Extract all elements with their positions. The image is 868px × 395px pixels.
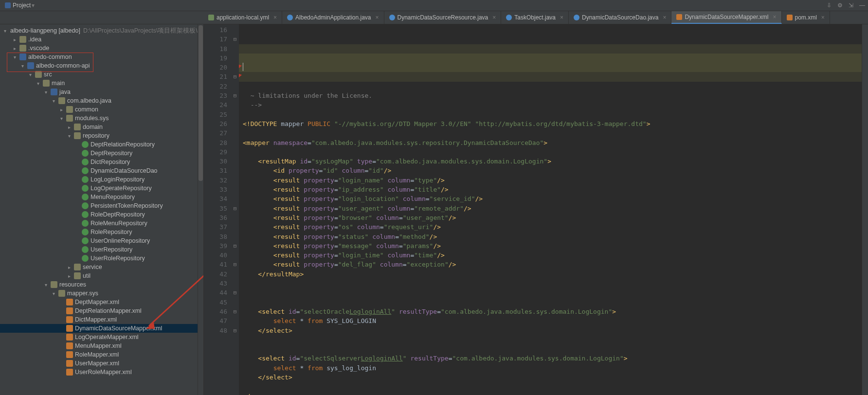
close-icon[interactable]: × [663, 14, 666, 21]
fold-handle[interactable]: ⊟ [231, 35, 239, 44]
tree-node[interactable]: UserRoleRepository [0, 254, 203, 263]
tool-collapse-icon[interactable]: ⇩ [827, 2, 832, 9]
code-line[interactable] [243, 147, 862, 157]
chevron-icon[interactable]: ▾ [51, 290, 56, 296]
tree-node[interactable]: ▸common [0, 105, 203, 114]
tab-dynamicdatasourcedao-java[interactable]: DynamicDataSourceDao.java× [569, 11, 671, 24]
code-editor[interactable]: 1617181920212223242526272829303132333435… [204, 24, 868, 395]
code-line[interactable] [243, 128, 862, 138]
chevron-icon[interactable]: ▸ [12, 36, 18, 42]
gear-icon[interactable]: ⚙ [837, 2, 843, 9]
chevron-icon[interactable]: ▾ [43, 89, 49, 95]
fold-handle[interactable]: ⊟ [231, 241, 239, 251]
chevron-icon[interactable]: ▾ [66, 133, 72, 139]
tree-node[interactable]: ▸util [0, 271, 203, 280]
editor-scrollbar[interactable] [862, 24, 868, 395]
tab-dynamicdatasourcemapper-xml[interactable]: DynamicDataSourceMapper.xml× [671, 11, 781, 24]
tree-node[interactable]: RoleDeptRepository [0, 210, 203, 219]
code-line[interactable]: <id property="id" column="id"/> [243, 166, 862, 175]
code-line[interactable]: <result property="status" column="method… [243, 232, 862, 241]
code-line[interactable] [243, 279, 862, 288]
code-line[interactable]: <result property="os" column="request_ur… [243, 222, 862, 232]
fold-handle[interactable]: ⊟ [231, 326, 239, 335]
code-line[interactable]: <result property="login_name" column="ty… [243, 176, 862, 185]
tree-node[interactable]: LogOperateRepository [0, 184, 203, 193]
code-line[interactable] [243, 298, 862, 307]
tree-node[interactable]: ▾albedo-liangpeng [albedo]D:\AllProjects… [0, 26, 203, 35]
code-line[interactable]: ~ limitations under the License. [243, 91, 862, 100]
tree-node[interactable]: DynamicDataSourceDao [0, 166, 203, 175]
chevron-icon[interactable]: ▸ [66, 264, 72, 270]
code-line[interactable]: <resultMap id="sysLogMap" type="com.albe… [243, 157, 862, 166]
tab-application-local-yml[interactable]: application-local.yml× [203, 11, 282, 24]
tree-node[interactable]: DeptRelationMapper.xml [0, 306, 203, 315]
chevron-icon[interactable]: ▾ [12, 54, 18, 60]
close-icon[interactable]: × [560, 14, 563, 21]
tree-node[interactable]: DeptRepository [0, 149, 203, 158]
chevron-icon[interactable]: ▸ [58, 107, 64, 112]
tree-node[interactable]: ▸service [0, 263, 203, 271]
editor-code-area[interactable]: ~ limitations under the License. --><!DO… [239, 24, 862, 395]
tree-node[interactable]: MenuRepository [0, 193, 203, 201]
tree-node[interactable]: ▾albedo-common [0, 53, 203, 61]
tree-node[interactable]: UserOnlineRepository [0, 236, 203, 245]
tab-pom-xml[interactable]: pom.xml× [782, 11, 830, 24]
code-line[interactable]: select * from sys_log_login [243, 363, 862, 373]
code-line[interactable] [243, 335, 862, 344]
code-line[interactable]: <result property="del_flag" column="exce… [243, 260, 862, 269]
fold-handle[interactable]: ⊟ [231, 91, 239, 100]
code-line[interactable] [243, 110, 862, 119]
tree-node[interactable]: PersistentTokenRepository [0, 201, 203, 210]
tree-node[interactable]: ▾com.albedo.java [0, 96, 203, 105]
tree-node[interactable]: RoleMapper.xml [0, 350, 203, 359]
fold-handle[interactable]: ⊟ [231, 260, 239, 269]
tab-taskobject-java[interactable]: TaskObject.java× [501, 11, 569, 24]
dropdown-icon[interactable]: ▾ [32, 2, 35, 9]
tree-node[interactable]: ▸.vscode [0, 44, 203, 53]
close-icon[interactable]: × [773, 14, 777, 20]
code-line[interactable]: </resultMap> [243, 269, 862, 279]
project-scrollbar[interactable] [198, 24, 203, 395]
code-line[interactable]: </mapper> [243, 392, 862, 395]
code-line[interactable]: select * from SYS_LOG_LOGIN [243, 316, 862, 325]
chevron-icon[interactable]: ▾ [27, 72, 33, 77]
tree-node[interactable]: DictMapper.xml [0, 315, 203, 324]
tree-node[interactable]: ▸domain [0, 123, 203, 131]
code-line[interactable] [243, 344, 862, 354]
code-line[interactable]: <result property="ip_address" column="ti… [243, 185, 862, 194]
code-line[interactable]: <result property="user_agent" column="re… [243, 204, 862, 213]
code-line[interactable]: </select> [243, 326, 862, 335]
tree-node[interactable]: ▾src [0, 70, 203, 79]
chevron-icon[interactable]: ▾ [35, 80, 41, 86]
code-line[interactable]: --> [243, 100, 862, 109]
code-line[interactable]: <mapper namespace="com.albedo.java.modul… [243, 138, 862, 147]
code-line[interactable]: <result property="login_time" column="ti… [243, 251, 862, 260]
chevron-icon[interactable]: ▾ [58, 115, 64, 121]
close-icon[interactable]: × [821, 14, 825, 21]
tree-node[interactable]: ▾repository [0, 131, 203, 140]
code-line[interactable]: </select> [243, 373, 862, 382]
close-icon[interactable]: × [273, 14, 277, 21]
tree-node[interactable]: UserMapper.xml [0, 359, 203, 368]
tool-hide-icon[interactable]: — [859, 2, 865, 9]
tool-expand-icon[interactable]: ⇲ [849, 2, 853, 9]
chevron-icon[interactable]: ▾ [43, 282, 49, 287]
code-line[interactable] [243, 382, 862, 391]
fold-handle[interactable]: ⊟ [231, 72, 239, 81]
tree-node[interactable]: ▾modules.sys [0, 114, 203, 123]
code-line[interactable]: <select id="selectSqlserverLogloginAll" … [243, 354, 862, 363]
tree-node[interactable]: DeptMapper.xml [0, 298, 203, 306]
chevron-icon[interactable]: ▾ [4, 28, 6, 34]
tree-node[interactable]: ▾albedo-common-api [0, 61, 203, 70]
chevron-icon[interactable]: ▾ [51, 98, 56, 104]
tree-node[interactable]: ▾mapper.sys [0, 289, 203, 298]
close-icon[interactable]: × [492, 14, 496, 21]
chevron-icon[interactable]: ▸ [66, 124, 72, 130]
tree-node[interactable]: LogOperateMapper.xml [0, 333, 203, 341]
fold-handle[interactable]: ⊟ [231, 307, 239, 316]
tab-albedoadminapplication-java[interactable]: AlbedoAdminApplication.java× [282, 11, 384, 24]
code-line[interactable]: <result property="message" column="param… [243, 241, 862, 251]
tree-node[interactable]: ▾main [0, 79, 203, 88]
tree-node[interactable]: DictRepository [0, 158, 203, 166]
chevron-icon[interactable]: ▾ [19, 63, 25, 69]
